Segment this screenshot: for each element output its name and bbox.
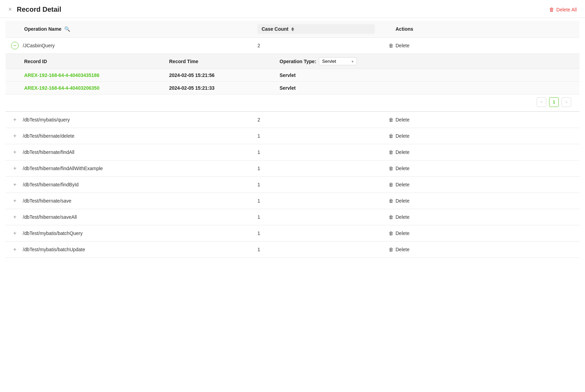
delete-icon: 🗑 (389, 166, 393, 171)
expanded-row: − /JCasbinQuery 2 🗑 Delete (6, 38, 579, 54)
case-count-cell: 1 (257, 133, 375, 139)
page-header: × Record Detail 🗑 Delete All (0, 0, 585, 18)
delete-action[interactable]: 🗑 Delete (375, 166, 579, 171)
record-id-cell: AREX-192-168-64-4-40403435186 (24, 72, 169, 78)
op-name-cell: + /dbTest/hibernate/findAllWithExample (6, 165, 257, 172)
close-icon[interactable]: × (8, 6, 12, 13)
pagination: < 1 > (6, 95, 579, 111)
record-id-cell: AREX-192-168-64-4-40403206350 (24, 85, 169, 91)
delete-icon: 🗑 (389, 247, 393, 252)
sub-table-row: AREX-192-168-64-4-40403435186 2024-02-05… (6, 69, 579, 82)
expand-icon[interactable]: + (11, 165, 19, 172)
op-name-cell: + /dbTest/hibernate/saveAll (6, 213, 257, 221)
op-name-cell: + /dbTest/hibernate/findById (6, 181, 257, 188)
table-header-row: Operation Name 🔍 Case Count Actions (6, 21, 579, 38)
delete-action[interactable]: 🗑 Delete (375, 231, 579, 236)
op-name-cell: + /dbTest/hibernate/save (6, 197, 257, 205)
expand-icon[interactable]: + (11, 229, 19, 237)
case-count-cell: 1 (257, 198, 375, 204)
col-header-case-count[interactable]: Case Count (257, 24, 375, 34)
op-name-cell: + /dbTest/mybatis/batchQuery (6, 229, 257, 237)
expanded-op-name: − /JCasbinQuery (6, 42, 257, 49)
expand-icon[interactable]: + (11, 197, 19, 205)
op-type-select-wrapper[interactable]: Servlet ▼ (319, 57, 357, 65)
case-count-cell: 2 (257, 117, 375, 122)
table-row: + /dbTest/mybatis/batchQuery 1 🗑 Delete (6, 225, 579, 242)
op-type-select[interactable]: Servlet (319, 57, 357, 65)
record-time-cell: 2024-02-05 15:21:56 (169, 72, 280, 78)
expanded-actions[interactable]: 🗑 Delete (375, 43, 579, 48)
delete-all-button[interactable]: 🗑 Delete All (549, 7, 577, 12)
delete-icon: 🗑 (389, 214, 393, 220)
header-left: × Record Detail (8, 6, 61, 13)
sub-col-record-time: Record Time (169, 59, 280, 64)
delete-action[interactable]: 🗑 Delete (375, 133, 579, 139)
delete-icon: 🗑 (389, 231, 393, 236)
sub-col-record-id: Record ID (24, 59, 169, 64)
table-row: + /dbTest/hibernate/delete 1 🗑 Delete (6, 128, 579, 144)
sub-table-row: AREX-192-168-64-4-40403206350 2024-02-05… (6, 82, 579, 95)
record-op-type-cell: Servlet (280, 85, 574, 91)
collapsed-rows-container: + /dbTest/mybatis/query 2 🗑 Delete + /db… (6, 112, 579, 258)
case-count-cell: 1 (257, 166, 375, 171)
op-name-cell: + /dbTest/hibernate/delete (6, 132, 257, 140)
delete-action[interactable]: 🗑 Delete (375, 198, 579, 204)
delete-icon: 🗑 (389, 149, 393, 155)
op-name-cell: + /dbTest/mybatis/query (6, 116, 257, 124)
table-row: + /dbTest/hibernate/findAllWithExample 1… (6, 160, 579, 177)
sub-table-header: Record ID Record Time Operation Type: Se… (6, 54, 579, 69)
delete-icon: 🗑 (389, 117, 393, 122)
record-id-link[interactable]: AREX-192-168-64-4-40403206350 (24, 85, 99, 91)
table-row: + /dbTest/hibernate/saveAll 1 🗑 Delete (6, 209, 579, 225)
delete-all-icon: 🗑 (549, 7, 554, 12)
expand-icon[interactable]: + (11, 148, 19, 156)
expand-icon[interactable]: + (11, 116, 19, 124)
expand-icon[interactable]: + (11, 246, 19, 253)
case-count-cell: 1 (257, 182, 375, 187)
table-row: + /dbTest/mybatis/query 2 🗑 Delete (6, 112, 579, 128)
case-count-cell: 1 (257, 231, 375, 236)
table-container: Operation Name 🔍 Case Count Actions − /J… (0, 21, 585, 258)
table-row: + /dbTest/hibernate/findAll 1 🗑 Delete (6, 144, 579, 160)
table-row: + /dbTest/hibernate/findById 1 🗑 Delete (6, 177, 579, 193)
col-header-op-name: Operation Name 🔍 (6, 26, 257, 32)
record-op-type-cell: Servlet (280, 72, 574, 78)
delete-action[interactable]: 🗑 Delete (375, 182, 579, 187)
delete-action[interactable]: 🗑 Delete (375, 247, 579, 252)
delete-action[interactable]: 🗑 Delete (375, 149, 579, 155)
delete-action[interactable]: 🗑 Delete (375, 214, 579, 220)
expand-icon[interactable]: + (11, 213, 19, 221)
sort-arrows[interactable] (291, 27, 294, 31)
sub-col-op-type: Operation Type: Servlet ▼ (280, 57, 574, 65)
delete-icon: 🗑 (389, 43, 393, 48)
sort-down-icon[interactable] (291, 29, 294, 31)
op-name-cell: + /dbTest/hibernate/findAll (6, 148, 257, 156)
record-id-link[interactable]: AREX-192-168-64-4-40403435186 (24, 72, 99, 78)
sub-table: Record ID Record Time Operation Type: Se… (6, 54, 579, 112)
page-title: Record Detail (17, 6, 61, 13)
prev-page-button[interactable]: < (537, 97, 546, 107)
next-page-button[interactable]: > (562, 97, 571, 107)
record-time-cell: 2024-02-05 15:21:33 (169, 85, 280, 91)
current-page-button[interactable]: 1 (549, 97, 559, 107)
op-name-cell: + /dbTest/mybatis/batchUpdate (6, 246, 257, 253)
expanded-case-count: 2 (257, 43, 375, 48)
sort-up-icon[interactable] (291, 27, 294, 29)
table-row: + /dbTest/hibernate/save 1 🗑 Delete (6, 193, 579, 209)
delete-icon: 🗑 (389, 182, 393, 187)
case-count-cell: 1 (257, 214, 375, 220)
expand-icon[interactable]: + (11, 132, 19, 140)
case-count-cell: 1 (257, 149, 375, 155)
expand-icon[interactable]: + (11, 181, 19, 188)
case-count-cell: 1 (257, 247, 375, 252)
delete-icon: 🗑 (389, 133, 393, 139)
delete-action[interactable]: 🗑 Delete (375, 117, 579, 122)
col-header-actions: Actions (375, 26, 579, 32)
search-icon[interactable]: 🔍 (64, 26, 70, 32)
delete-icon: 🗑 (389, 198, 393, 204)
table-row: + /dbTest/mybatis/batchUpdate 1 🗑 Delete (6, 242, 579, 258)
collapse-icon[interactable]: − (11, 42, 19, 49)
